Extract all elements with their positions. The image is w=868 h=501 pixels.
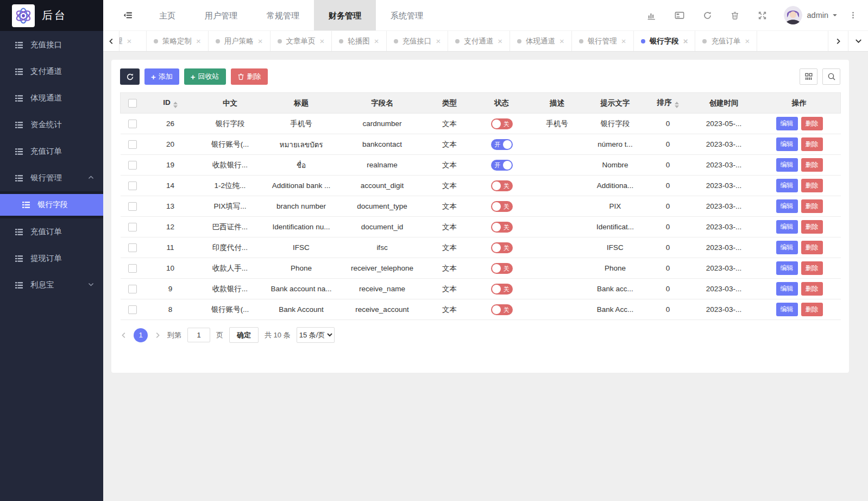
- sidebar-item[interactable]: 充值订单: [0, 218, 103, 245]
- close-icon[interactable]: ×: [745, 37, 750, 45]
- tab[interactable]: 银行管理×: [572, 31, 634, 51]
- row-delete-button[interactable]: 删除: [801, 199, 823, 213]
- status-toggle[interactable]: 开: [491, 139, 513, 150]
- row-delete-button[interactable]: 删除: [801, 117, 823, 130]
- edit-button[interactable]: 编辑: [776, 282, 798, 296]
- user-menu[interactable]: admin: [807, 11, 839, 20]
- edit-button[interactable]: 编辑: [776, 137, 798, 151]
- tabs-scroll-right-icon[interactable]: [828, 31, 848, 51]
- sidebar-item[interactable]: 银行管理: [0, 165, 103, 191]
- sidebar-subitem[interactable]: 银行字段: [0, 194, 103, 216]
- page-number-input[interactable]: [187, 328, 210, 342]
- row-delete-button[interactable]: 删除: [801, 303, 823, 316]
- refresh-button[interactable]: [120, 68, 140, 85]
- delete-button[interactable]: 删除: [231, 68, 268, 85]
- status-toggle[interactable]: 关: [491, 284, 513, 295]
- edit-button[interactable]: 编辑: [776, 241, 798, 254]
- sidebar-collapse-icon[interactable]: [123, 10, 133, 20]
- prev-page-icon[interactable]: [120, 331, 128, 339]
- close-icon[interactable]: ×: [559, 37, 564, 45]
- tab[interactable]: 充值订单×: [695, 31, 757, 51]
- row-delete-button[interactable]: 删除: [801, 261, 823, 275]
- column-header[interactable]: ID: [144, 93, 197, 114]
- tab[interactable]: 支付通道×: [448, 31, 510, 51]
- status-toggle[interactable]: 关: [491, 222, 513, 233]
- row-delete-button[interactable]: 删除: [801, 282, 823, 296]
- close-icon[interactable]: ×: [374, 37, 379, 45]
- edit-button[interactable]: 编辑: [776, 199, 798, 213]
- nav-item[interactable]: 财务管理: [314, 0, 376, 30]
- tabs-menu-chevron-icon[interactable]: [848, 31, 868, 51]
- recycle-bin-button[interactable]: + 回收站: [184, 68, 226, 85]
- close-icon[interactable]: ×: [621, 37, 626, 45]
- row-delete-button[interactable]: 删除: [801, 220, 823, 234]
- status-toggle[interactable]: 关: [491, 201, 513, 212]
- column-header[interactable]: 排序: [646, 93, 690, 114]
- add-button[interactable]: + 添加: [144, 68, 179, 85]
- search-toggle-button[interactable]: [822, 68, 840, 85]
- sidebar-item[interactable]: 体现通道: [0, 85, 103, 111]
- close-icon[interactable]: ×: [683, 37, 688, 45]
- trash-icon[interactable]: [721, 11, 749, 20]
- row-checkbox[interactable]: [128, 243, 137, 252]
- sort-icon[interactable]: [173, 102, 178, 108]
- edit-button[interactable]: 编辑: [776, 261, 798, 275]
- edit-button[interactable]: 编辑: [776, 179, 798, 192]
- next-page-icon[interactable]: [154, 331, 161, 339]
- row-checkbox[interactable]: [128, 181, 137, 190]
- tab[interactable]: 文章单页×: [271, 31, 332, 51]
- fullscreen-icon[interactable]: [749, 11, 776, 20]
- row-checkbox[interactable]: [128, 120, 137, 128]
- sidebar-item[interactable]: 充值订单: [0, 138, 103, 165]
- row-checkbox[interactable]: [128, 285, 137, 293]
- status-toggle[interactable]: 关: [491, 242, 513, 253]
- edit-button[interactable]: 编辑: [776, 303, 798, 316]
- tab[interactable]: 充值接口×: [387, 31, 449, 51]
- close-icon[interactable]: ×: [320, 37, 325, 45]
- sidebar-item[interactable]: 支付通道: [0, 58, 103, 85]
- page-size-select[interactable]: 15 条/页: [297, 327, 335, 343]
- tab[interactable]: 策略定制×: [147, 31, 209, 51]
- columns-toggle-button[interactable]: [800, 68, 817, 85]
- refresh-icon[interactable]: [694, 11, 721, 20]
- tab-clipped[interactable]: 理 ×: [119, 31, 147, 51]
- nav-item[interactable]: 主页: [144, 0, 190, 30]
- status-toggle[interactable]: 关: [491, 180, 513, 191]
- edit-button[interactable]: 编辑: [776, 117, 798, 130]
- row-delete-button[interactable]: 删除: [801, 158, 823, 172]
- tab[interactable]: 用户策略×: [209, 31, 271, 51]
- row-checkbox[interactable]: [128, 161, 137, 170]
- select-all-checkbox[interactable]: [128, 99, 137, 108]
- chart-icon[interactable]: [638, 11, 665, 20]
- row-checkbox[interactable]: [128, 264, 137, 273]
- close-icon[interactable]: ×: [258, 37, 263, 45]
- row-delete-button[interactable]: 删除: [801, 137, 823, 151]
- current-page-button[interactable]: 1: [134, 328, 148, 342]
- sidebar-item[interactable]: 利息宝: [0, 272, 103, 298]
- row-checkbox[interactable]: [128, 202, 137, 211]
- nav-item[interactable]: 用户管理: [190, 0, 252, 30]
- status-toggle[interactable]: 关: [491, 304, 513, 315]
- row-delete-button[interactable]: 删除: [801, 179, 823, 192]
- row-checkbox[interactable]: [128, 305, 137, 314]
- close-icon[interactable]: ×: [127, 37, 132, 45]
- card-icon[interactable]: [665, 10, 694, 20]
- status-toggle[interactable]: 关: [491, 118, 513, 129]
- tab[interactable]: 银行字段×: [634, 31, 696, 51]
- status-toggle[interactable]: 关: [491, 263, 513, 274]
- kebab-menu-icon[interactable]: [838, 11, 860, 20]
- row-delete-button[interactable]: 删除: [801, 241, 823, 254]
- sidebar-item[interactable]: 资金统计: [0, 111, 103, 138]
- tab[interactable]: 体现通道×: [510, 31, 572, 51]
- close-icon[interactable]: ×: [498, 37, 502, 45]
- edit-button[interactable]: 编辑: [776, 220, 798, 234]
- row-checkbox[interactable]: [128, 140, 137, 149]
- sort-icon[interactable]: [675, 102, 679, 108]
- sidebar-item[interactable]: 充值接口: [0, 32, 103, 58]
- tab[interactable]: 轮播图×: [332, 31, 386, 51]
- tabs-scroll-left-icon[interactable]: [103, 31, 119, 51]
- edit-button[interactable]: 编辑: [776, 158, 798, 172]
- sidebar-item[interactable]: 提现订单: [0, 245, 103, 272]
- close-icon[interactable]: ×: [436, 37, 441, 45]
- confirm-page-button[interactable]: 确定: [229, 327, 259, 343]
